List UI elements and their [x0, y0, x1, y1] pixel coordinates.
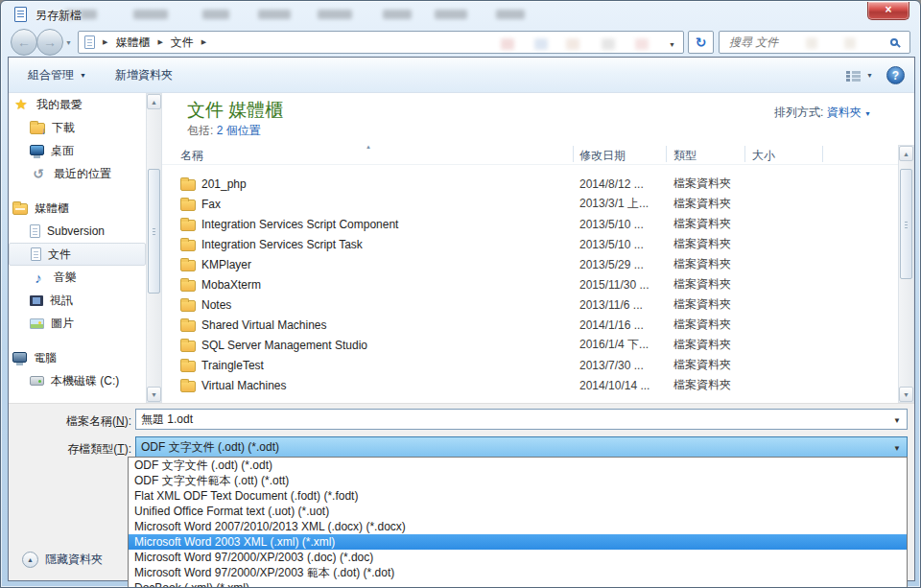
sidebar-item[interactable]: 電腦 [9, 346, 146, 369]
filetype-combobox[interactable]: ODF 文字文件 (.odt) (*.odt) ▼ [135, 436, 908, 458]
filetype-option[interactable]: ODF 文字文件範本 (.ott) (*.ott) [129, 473, 907, 488]
scroll-up-icon[interactable]: ▲ [147, 94, 161, 109]
arrange-by[interactable]: 排列方式: 資料夾 ▼ [774, 105, 871, 121]
scrollbar-thumb[interactable] [148, 169, 160, 294]
filetype-option[interactable]: Flat XML ODF Text Document (.fodt) (*.fo… [129, 488, 907, 504]
scrollbar-thumb[interactable] [900, 169, 912, 279]
breadcrumb-arrow-icon[interactable]: ▶ [150, 38, 170, 46]
column-date-modified[interactable]: 修改日期 [579, 148, 626, 164]
sidebar-item-label: 音樂 [54, 270, 77, 286]
table-row[interactable]: Fax 2013/3/1 上... 檔案資料夾 [162, 194, 898, 214]
breadcrumb-documents[interactable]: 文件 [171, 35, 194, 51]
breadcrumb-libraries[interactable]: 媒體櫃 [115, 35, 150, 51]
sidebar-item-label: 圖片 [51, 316, 74, 332]
document-icon [14, 7, 27, 22]
file-name: Shared Virtual Machines [201, 318, 327, 332]
libraries-icon [12, 203, 28, 215]
library-doc-icon [30, 224, 40, 238]
new-folder-label: 新增資料夾 [115, 67, 173, 83]
chevron-down-icon[interactable]: ▼ [893, 416, 901, 425]
sidebar-scrollbar[interactable]: ▲ ▼ [146, 93, 162, 403]
filetype-option[interactable]: DocBook (.xml) (*.xml) [129, 580, 907, 588]
table-row[interactable]: Virtual Machines 2014/10/14 ... 檔案資料夾 [162, 375, 898, 395]
breadcrumb-arrow-icon[interactable]: ▶ [95, 38, 115, 46]
close-button[interactable]: × [867, 2, 909, 20]
library-includes: 包括: 2 個位置 [187, 123, 261, 139]
arrange-value[interactable]: 資料夾 [827, 106, 862, 119]
filetype-option[interactable]: ODF 文字文件 (.odt) (*.odt) [129, 458, 907, 473]
folder-icon [180, 240, 196, 251]
filetype-option[interactable]: Microsoft Word 97/2000/XP/2003 範本 (.dot)… [129, 565, 907, 580]
column-divider[interactable] [744, 146, 745, 162]
includes-locations-link[interactable]: 2 個位置 [217, 124, 261, 137]
sidebar-item-label: 我的最愛 [36, 97, 83, 113]
table-row[interactable]: Shared Virtual Machines 2014/1/16 ... 檔案… [162, 315, 898, 335]
sidebar-item[interactable]: 音樂 [9, 266, 146, 289]
table-row[interactable]: 201_php 2014/8/12 ... 檔案資料夾 [162, 174, 898, 194]
help-button[interactable]: ? [886, 66, 905, 84]
file-type: 檔案資料夾 [673, 216, 750, 232]
history-dropdown-icon[interactable]: ▼ [65, 39, 72, 46]
new-folder-button[interactable]: 新增資料夾 [107, 58, 180, 93]
chevron-down-icon[interactable]: ▼ [866, 72, 873, 79]
sidebar-item[interactable]: 下載 [9, 116, 146, 139]
search-icon[interactable] [890, 38, 898, 46]
forward-button[interactable]: → [36, 29, 63, 56]
disk-icon [30, 376, 44, 386]
file-list-scrollbar[interactable]: ▲ ▼ [898, 145, 914, 403]
window-title: 另存新檔 [35, 8, 82, 24]
sidebar-item[interactable]: 本機磁碟 (C:) [9, 369, 146, 392]
table-row[interactable]: Integration Services Script Task 2013/5/… [162, 234, 898, 254]
filetype-option[interactable]: Microsoft Word 97/2000/XP/2003 (.doc) (*… [129, 550, 907, 565]
sidebar-item[interactable]: 圖片 [9, 312, 146, 335]
column-divider[interactable] [666, 146, 667, 162]
computer-icon [12, 352, 27, 363]
column-type[interactable]: 類型 [673, 148, 697, 164]
scroll-down-icon[interactable]: ▼ [899, 387, 913, 402]
search-box[interactable] [719, 31, 910, 54]
sidebar-item[interactable]: 桌面 [9, 139, 146, 162]
search-input[interactable] [720, 35, 890, 49]
filetype-option[interactable]: Unified Office Format text (.uot) (*.uot… [129, 504, 907, 519]
sidebar-item[interactable]: 視訊 [9, 289, 146, 312]
column-header-row: ▲ 名稱 修改日期 類型 大小 [162, 144, 898, 165]
sidebar-item[interactable]: 最近的位置 [9, 162, 146, 185]
filetype-option[interactable]: Microsoft Word 2007/2010/2013 XML (.docx… [129, 519, 907, 534]
organize-button[interactable]: 組合管理 ▼ [20, 58, 94, 93]
scroll-up-icon[interactable]: ▲ [899, 146, 913, 161]
refresh-button[interactable]: ↻ [688, 31, 714, 54]
filetype-label: 存檔類型(T): [16, 441, 131, 458]
filetype-option[interactable]: Microsoft Word 2003 XML (.xml) (*.xml) [129, 534, 907, 550]
table-row[interactable]: KMPlayer 2013/5/29 ... 檔案資料夾 [162, 254, 898, 274]
address-dropdown-icon[interactable]: ▼ [669, 41, 675, 48]
table-row[interactable]: SQL Server Management Studio 2016/1/4 下.… [162, 335, 898, 355]
column-divider[interactable] [573, 146, 574, 162]
scroll-down-icon[interactable]: ▼ [147, 387, 161, 402]
back-button[interactable]: ← [11, 29, 37, 56]
desktop-icon [30, 145, 44, 155]
hide-folders-button[interactable]: ▲ 隱藏資料夾 [22, 552, 103, 568]
filename-combobox[interactable]: 無題 1.odt ▼ [135, 409, 908, 430]
file-list-pane: 文件 媒體櫃 包括: 2 個位置 排列方式: 資料夾 ▼ ▲ 名稱 修改日期 類… [162, 93, 898, 403]
sidebar-item[interactable]: 媒體櫃 [9, 197, 146, 220]
column-name[interactable]: 名稱 [180, 148, 203, 164]
sidebar-item[interactable]: 我的最愛 [9, 93, 146, 116]
column-divider[interactable] [822, 146, 823, 162]
column-size[interactable]: 大小 [752, 148, 775, 164]
sidebar-item[interactable]: 文件 [9, 243, 146, 266]
table-row[interactable]: Notes 2013/11/6 ... 檔案資料夾 [162, 294, 898, 315]
table-row[interactable]: MobaXterm 2015/11/30 ... 檔案資料夾 [162, 274, 898, 294]
sidebar-item[interactable]: Subversion [9, 220, 146, 243]
title-bar[interactable]: 另存新檔 × [1, 1, 920, 28]
file-type: 檔案資料夾 [673, 337, 750, 353]
table-row[interactable]: Integration Services Script Component 20… [162, 214, 898, 234]
address-bar[interactable]: ▶ 媒體櫃 ▶ 文件 ▶ ▼ [78, 31, 684, 54]
sidebar-item-label: 媒體櫃 [35, 200, 69, 217]
breadcrumb-arrow-icon[interactable]: ▶ [194, 38, 214, 46]
file-type: 檔案資料夾 [673, 176, 750, 192]
table-row[interactable]: TraingleTest 2013/7/30 ... 檔案資料夾 [162, 355, 898, 375]
chevron-down-icon[interactable]: ▼ [893, 444, 901, 453]
documents-icon [31, 247, 41, 261]
views-icon[interactable] [846, 70, 861, 82]
filename-value: 無題 1.odt [141, 412, 193, 428]
